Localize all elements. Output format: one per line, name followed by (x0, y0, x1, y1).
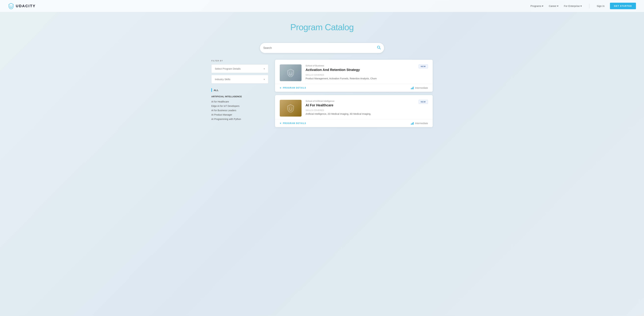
page-title: Program Catalog (3, 22, 641, 32)
sidebar: FILTER BY Select Program Details ▾ Indus… (211, 60, 268, 127)
thumb-udacity-logo (286, 68, 295, 77)
category-ai-list: AI for Healthcare Edge AI for IoT Develo… (211, 100, 268, 121)
nav-programs[interactable]: Programs ▾ (530, 4, 544, 8)
logo[interactable]: UDACITY (8, 3, 36, 9)
program-thumbnail (280, 100, 302, 116)
chevron-down-icon: ▾ (580, 4, 582, 8)
main-layout: FILTER BY Select Program Details ▾ Indus… (204, 60, 440, 127)
filter-label: FILTER BY (211, 60, 268, 62)
thumb-udacity-logo (286, 104, 295, 112)
list-item[interactable]: AI Product Manager (211, 112, 268, 117)
program-details-filter[interactable]: Select Program Details ▾ (211, 64, 268, 73)
card-content: School of Artificial Intelligence AI For… (306, 100, 414, 116)
card-footer: + PROGRAM DETAILS Intermediate (275, 84, 433, 92)
card-top: School of Artificial Intelligence AI For… (275, 95, 433, 119)
level-indicator: Intermediate (411, 86, 428, 89)
svg-line-1 (380, 48, 381, 49)
card-footer: + PROGRAM DETAILS Intermediate (275, 119, 433, 127)
plus-icon: + (280, 122, 282, 125)
card-top: School of Business Activation And Retent… (275, 60, 433, 84)
program-details-button[interactable]: + PROGRAM DETAILS (280, 86, 306, 90)
search-input[interactable] (263, 46, 377, 50)
level-text: Intermediate (415, 86, 428, 89)
chevron-down-icon: ▾ (557, 4, 558, 8)
signin-button[interactable]: Sign In (597, 4, 604, 8)
search-box (260, 43, 384, 53)
udacity-logo-icon (8, 3, 14, 9)
industry-skills-filter[interactable]: Industry Skills ▾ (211, 75, 268, 84)
logo-text: UDACITY (16, 4, 36, 8)
svg-rect-2 (289, 74, 290, 76)
skills-label: Skills Covered (306, 74, 414, 76)
all-bar-indicator (211, 88, 212, 92)
skills-label: Skills Covered (306, 109, 414, 112)
program-card: School of Artificial Intelligence AI For… (275, 95, 433, 127)
svg-rect-3 (290, 74, 291, 76)
nav-enterprise[interactable]: For Enterprise ▾ (564, 4, 582, 8)
new-badge: NEW (418, 64, 428, 68)
program-list: School of Business Activation And Retent… (275, 60, 433, 127)
card-content: School of Business Activation And Retent… (306, 64, 414, 80)
program-thumbnail (280, 64, 302, 81)
svg-rect-4 (292, 73, 292, 76)
chevron-down-icon: ▾ (264, 78, 265, 81)
card-school: School of Artificial Intelligence (306, 100, 414, 102)
skills-text: Product Management, Activation Funnels, … (306, 77, 414, 80)
card-title: Activation And Retention Strategy (306, 68, 414, 72)
program-card: School of Business Activation And Retent… (275, 60, 433, 92)
search-button[interactable] (377, 46, 381, 50)
search-section (256, 43, 388, 53)
level-indicator: Intermediate (411, 122, 428, 124)
list-item[interactable]: AI for Healthcare (211, 100, 268, 104)
card-title: AI For Healthcare (306, 103, 414, 107)
nav-links: Programs ▾ Career ▾ For Enterprise ▾ Sig… (530, 3, 636, 9)
list-item[interactable]: Edge AI for IoT Developers (211, 104, 268, 108)
list-item[interactable]: AI Programming with Python (211, 117, 268, 121)
hero-section: Program Catalog (0, 12, 644, 39)
plus-icon: + (280, 86, 282, 90)
nav-career[interactable]: Career ▾ (549, 4, 558, 8)
list-item[interactable]: AI for Business Leaders (211, 108, 268, 112)
level-text: Intermediate (415, 122, 428, 124)
level-icon (411, 122, 414, 124)
get-started-button[interactable]: GET STARTED (610, 3, 636, 9)
navbar: UDACITY Programs ▾ Career ▾ For Enterpri… (0, 0, 644, 12)
new-badge: NEW (418, 100, 428, 104)
category-ai-title: ARTIFICIAL INTELLIGENCE (211, 95, 268, 98)
program-details-button[interactable]: + PROGRAM DETAILS (280, 122, 306, 125)
search-icon (377, 46, 381, 49)
skills-text: Artificial Intelligence, 2D Medical Imag… (306, 112, 414, 116)
chevron-down-icon: ▾ (264, 68, 265, 70)
level-icon (411, 86, 414, 89)
all-filter[interactable]: ALL (211, 88, 268, 92)
chevron-down-icon: ▾ (542, 4, 544, 8)
card-school: School of Business (306, 64, 414, 67)
